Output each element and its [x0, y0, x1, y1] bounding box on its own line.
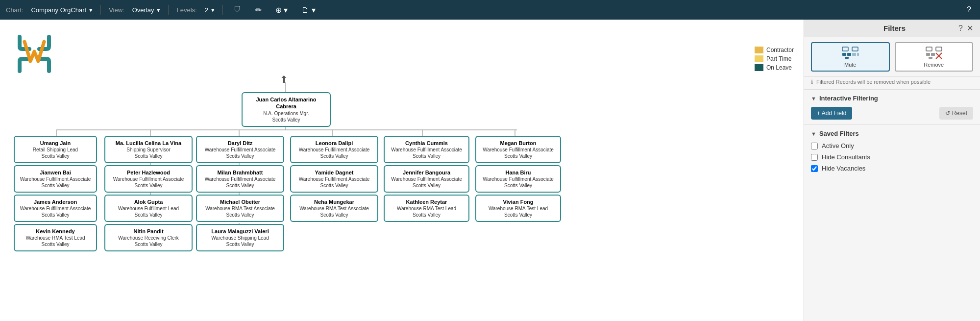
- node-umang[interactable]: Umang Jain Retail Shipping Lead Scotts V…: [14, 136, 97, 163]
- saved-filters-label: Saved Filters: [819, 130, 859, 137]
- node-james-title: Warehouse Fulfillment Associate: [19, 205, 92, 212]
- filter-icon-btn[interactable]: ⛉: [231, 4, 245, 15]
- saved-filters-header[interactable]: ▼ Saved Filters: [811, 130, 973, 137]
- mute-filter-btn[interactable]: Mute: [811, 42, 890, 72]
- view-selector[interactable]: Overlay ▾: [132, 6, 161, 14]
- logo: [10, 29, 59, 78]
- node-kevin-title: Warehouse RMA Test Lead: [19, 235, 92, 241]
- reset-btn[interactable]: ↺ Reset: [939, 107, 973, 120]
- node-leonora[interactable]: Leonora Dalipi Warehouse Fulfillment Ass…: [290, 136, 378, 163]
- node-daryl-name: Daryl Ditz: [201, 140, 279, 147]
- chart-value: Company OrgChart: [31, 6, 86, 14]
- export-icon-btn[interactable]: 🗋 ▾: [298, 4, 318, 16]
- saved-filter-hide-vacancies[interactable]: Hide Vacancies: [811, 165, 973, 172]
- root-node-name: Juan Carlos Altamarino Cabrera: [246, 96, 326, 110]
- remove-btn-label: Remove: [924, 62, 944, 68]
- node-malucilla[interactable]: Ma. Lucilla Celina La Vina Shipping Supe…: [104, 136, 193, 163]
- filters-close-icon[interactable]: ✕: [967, 24, 973, 33]
- hide-consultants-checkbox[interactable]: [811, 154, 818, 161]
- node-milan[interactable]: Milan Brahmbhatt Warehouse Fulfillment A…: [196, 165, 284, 193]
- filter-type-section: Mute Remove: [804, 37, 980, 77]
- node-jennifer-name: Jennifer Bangoura: [389, 169, 465, 176]
- levels-selector[interactable]: 2 ▾: [205, 6, 215, 14]
- node-james-name: James Anderson: [19, 198, 92, 205]
- node-cynthia[interactable]: Cynthia Cummis Warehouse Fulfillment Ass…: [384, 136, 469, 163]
- legend-onleave: On Leave: [755, 64, 794, 71]
- node-yamide[interactable]: Yamide Dagnet Warehouse Fulfillment Asso…: [290, 165, 378, 193]
- svg-rect-15: [842, 53, 846, 56]
- node-daryl[interactable]: Daryl Ditz Warehouse Fulfillment Associa…: [196, 136, 284, 163]
- node-laura-title: Warehouse Shipping Lead: [201, 235, 279, 241]
- node-jennifer[interactable]: Jennifer Bangoura Warehouse Fulfillment …: [384, 165, 469, 193]
- active-only-checkbox[interactable]: [811, 143, 818, 149]
- node-michael-location: Scotts Valley: [201, 212, 279, 218]
- up-arrow-btn[interactable]: ⬆: [280, 74, 288, 85]
- add-field-btn[interactable]: + Add Field: [811, 107, 852, 120]
- node-neha[interactable]: Neha Mungekar Warehouse RMA Test Associa…: [290, 195, 378, 222]
- node-hana-name: Hana Biru: [480, 169, 556, 176]
- node-nitin-title: Warehouse Receiving Clerk: [109, 235, 188, 241]
- node-umang-title: Retail Shipping Lead: [19, 147, 92, 153]
- zoom-icon-btn[interactable]: ⊕ ▾: [272, 4, 291, 16]
- interactive-filtering-section: ▼ Interactive Filtering + Add Field ↺ Re…: [804, 90, 980, 125]
- node-hana[interactable]: Hana Biru Warehouse Fulfillment Associat…: [475, 165, 561, 193]
- node-jianwen[interactable]: Jianwen Bai Warehouse Fulfillment Associ…: [14, 165, 97, 193]
- node-laura[interactable]: Laura Malaguzzi Valeri Warehouse Shippin…: [196, 224, 284, 251]
- node-neha-name: Neha Mungekar: [295, 198, 373, 205]
- node-jennifer-location: Scotts Valley: [389, 182, 465, 189]
- node-kathleen[interactable]: Kathleen Reytar Warehouse RMA Test Lead …: [384, 195, 469, 222]
- chevron-down-icon-4: ▼: [811, 96, 816, 101]
- node-nitin[interactable]: Nitin Pandit Warehouse Receiving Clerk S…: [104, 224, 193, 251]
- node-vivian-title: Warehouse RMA Test Lead: [480, 205, 556, 212]
- divider-3: [222, 5, 223, 15]
- node-nitin-location: Scotts Valley: [109, 241, 188, 247]
- view-value: Overlay: [132, 6, 154, 14]
- node-james[interactable]: James Anderson Warehouse Fulfillment Ass…: [14, 195, 97, 222]
- node-kevin[interactable]: Kevin Kennedy Warehouse RMA Test Lead Sc…: [14, 224, 97, 251]
- filters-help-icon[interactable]: ?: [958, 24, 963, 33]
- svg-rect-24: [929, 57, 932, 59]
- node-laura-location: Scotts Valley: [201, 241, 279, 247]
- svg-rect-14: [842, 47, 848, 51]
- info-icon: ℹ: [811, 79, 813, 85]
- node-yamide-name: Yamide Dagnet: [295, 169, 373, 176]
- node-milan-name: Milan Brahmbhatt: [201, 169, 279, 176]
- node-jianwen-location: Scotts Valley: [19, 182, 92, 189]
- svg-rect-23: [931, 53, 935, 56]
- active-only-label[interactable]: Active Only: [822, 142, 854, 149]
- node-peter-title: Warehouse Fulfillment Associate: [109, 176, 188, 182]
- chart-selector[interactable]: Company OrgChart ▾: [31, 6, 93, 14]
- edit-icon-btn[interactable]: ✏: [252, 4, 265, 16]
- hide-consultants-label[interactable]: Hide Consultants: [822, 153, 870, 161]
- node-leonora-title: Warehouse Fulfillment Associate: [295, 147, 373, 153]
- saved-filter-active-only[interactable]: Active Only: [811, 142, 973, 149]
- legend-label-parttime: Part Time: [766, 55, 791, 62]
- hide-vacancies-checkbox[interactable]: [811, 165, 818, 172]
- chevron-down-icon-5: ▼: [811, 131, 816, 137]
- toolbar: Chart: Company OrgChart ▾ View: Overlay …: [0, 0, 980, 20]
- svg-rect-16: [847, 53, 851, 56]
- filter-info-text: Filtered Records will be removed when po…: [816, 79, 931, 85]
- node-michael[interactable]: Michael Obeiter Warehouse RMA Test Assoc…: [196, 195, 284, 222]
- divider-1: [100, 5, 101, 15]
- filters-panel: Filters ? ✕ Mute: [804, 20, 980, 321]
- chevron-down-icon-2: ▾: [157, 6, 160, 14]
- root-node[interactable]: Juan Carlos Altamarino Cabrera N.A. Oper…: [242, 92, 331, 127]
- node-megan[interactable]: Megan Burton Warehouse Fulfillment Assoc…: [475, 136, 561, 163]
- svg-rect-21: [926, 47, 932, 51]
- saved-filter-hide-consultants[interactable]: Hide Consultants: [811, 153, 973, 161]
- node-peter[interactable]: Peter Hazlewood Warehouse Fulfillment As…: [104, 165, 193, 193]
- node-alok[interactable]: Alok Gupta Warehouse Fulfillment Lead Sc…: [104, 195, 193, 222]
- filters-title: Filters: [831, 24, 958, 32]
- remove-filter-btn[interactable]: Remove: [895, 42, 974, 72]
- help-icon-btn[interactable]: ?: [964, 4, 974, 15]
- saved-filters-section: ▼ Saved Filters Active Only Hide Consult…: [804, 125, 980, 181]
- node-neha-title: Warehouse RMA Test Associate: [295, 205, 373, 212]
- node-neha-location: Scotts Valley: [295, 212, 373, 218]
- node-vivian[interactable]: Vivian Fong Warehouse RMA Test Lead Scot…: [475, 195, 561, 222]
- hide-vacancies-label[interactable]: Hide Vacancies: [822, 165, 865, 172]
- view-label: View:: [109, 6, 124, 14]
- mute-btn-label: Mute: [844, 62, 856, 68]
- interactive-filtering-header[interactable]: ▼ Interactive Filtering: [811, 95, 973, 102]
- node-kathleen-name: Kathleen Reytar: [389, 198, 465, 205]
